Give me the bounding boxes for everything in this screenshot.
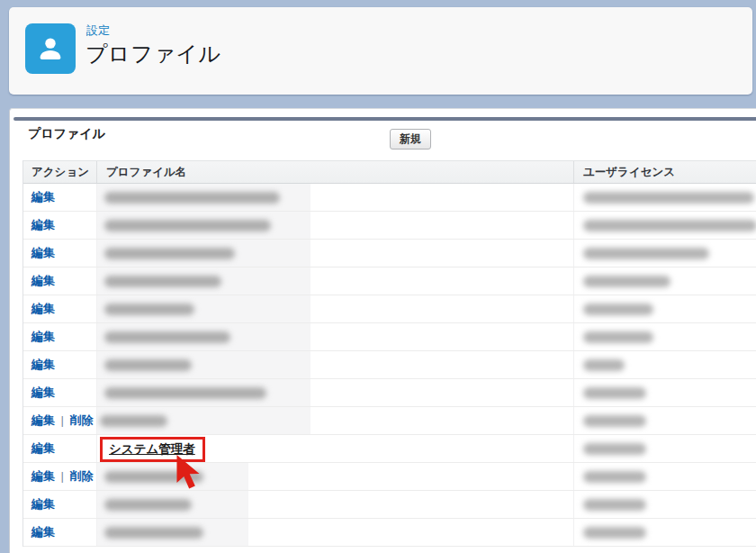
table-row: 編集 | 削除 bbox=[23, 463, 756, 491]
redacted-text-blob bbox=[104, 499, 192, 511]
redacted-license-blob bbox=[583, 331, 653, 343]
redacted-text-blob bbox=[104, 359, 192, 371]
action-cell: 編集 bbox=[23, 240, 96, 267]
table-row: 編集 bbox=[23, 491, 756, 519]
redacted-text-blob bbox=[104, 387, 266, 399]
redacted-license-blob bbox=[583, 443, 646, 455]
profile-name-cell bbox=[96, 519, 573, 546]
edit-link[interactable]: 編集 bbox=[32, 246, 55, 259]
user-license-cell bbox=[573, 295, 756, 322]
profile-name-redacted bbox=[97, 323, 310, 350]
profile-name-redacted bbox=[97, 184, 310, 211]
profile-name-cell: システム管理者 bbox=[96, 435, 573, 462]
user-license-cell bbox=[573, 519, 756, 546]
action-cell: 編集 bbox=[23, 212, 96, 239]
profile-name-cell bbox=[96, 184, 573, 211]
edit-link[interactable]: 編集 bbox=[32, 330, 55, 343]
redacted-license-blob bbox=[583, 192, 754, 204]
panel-heading: プロファイル bbox=[28, 126, 105, 142]
redacted-text-blob bbox=[104, 220, 271, 231]
action-separator: | bbox=[55, 413, 70, 427]
profile-list-panel: プロファイル 新規 アクション プロファイル名 ユーザライセンス 編集編集編集編… bbox=[9, 108, 756, 553]
delete-link[interactable]: 削除 bbox=[70, 413, 94, 427]
delete-link[interactable]: 削除 bbox=[70, 469, 94, 483]
user-license-cell bbox=[573, 212, 756, 239]
user-license-cell bbox=[573, 267, 756, 295]
table-header-row: アクション プロファイル名 ユーザライセンス bbox=[23, 160, 756, 184]
edit-link[interactable]: 編集 bbox=[32, 441, 55, 455]
redacted-license-blob bbox=[583, 527, 646, 539]
redacted-text-blob bbox=[104, 304, 194, 315]
redacted-license-blob bbox=[583, 304, 653, 315]
profile-name-redacted bbox=[97, 519, 248, 546]
profile-user-icon bbox=[25, 23, 76, 74]
redacted-text-blob bbox=[104, 527, 203, 539]
redacted-license-blob bbox=[583, 387, 646, 399]
user-license-cell bbox=[573, 491, 756, 518]
redacted-text-blob bbox=[104, 192, 280, 204]
setup-page: 設定 プロファイル プロファイル 新規 アクション プロファイル名 ユーザライセ… bbox=[0, 0, 756, 553]
user-license-cell bbox=[573, 435, 756, 462]
user-license-cell bbox=[573, 351, 756, 378]
profile-name-cell bbox=[96, 351, 573, 378]
redacted-text-blob bbox=[104, 276, 221, 287]
table-row: 編集 bbox=[23, 323, 756, 351]
new-profile-button[interactable]: 新規 bbox=[390, 129, 431, 150]
redacted-text-blob bbox=[104, 248, 235, 259]
table-row: 編集 bbox=[23, 351, 756, 379]
redacted-license-blob bbox=[583, 471, 646, 483]
column-header-user-license: ユーザライセンス bbox=[573, 161, 756, 183]
action-cell: 編集 bbox=[23, 491, 96, 518]
edit-link[interactable]: 編集 bbox=[32, 413, 55, 427]
action-cell: 編集 bbox=[23, 295, 96, 322]
action-cell: 編集 | 削除 bbox=[23, 463, 96, 490]
highlight-box: システム管理者 bbox=[100, 437, 205, 462]
redacted-text-blob bbox=[104, 471, 203, 483]
profile-name-redacted bbox=[97, 267, 310, 295]
edit-link[interactable]: 編集 bbox=[32, 525, 55, 539]
profile-table-body: 編集編集編集編集編集編集編集編集編集 | 削除編集システム管理者編集 | 削除編… bbox=[23, 184, 756, 547]
user-license-cell bbox=[573, 240, 756, 267]
table-row: 編集 bbox=[23, 267, 756, 295]
action-cell: 編集 bbox=[23, 351, 96, 378]
user-license-cell bbox=[573, 323, 756, 350]
page-header-card: 設定 プロファイル bbox=[9, 7, 752, 95]
redacted-license-blob bbox=[583, 499, 646, 511]
redacted-license-blob bbox=[583, 248, 709, 259]
profile-name-cell bbox=[96, 267, 573, 295]
profile-name-redacted bbox=[97, 240, 310, 267]
breadcrumb-setup-link[interactable]: 設定 bbox=[86, 23, 110, 39]
edit-link[interactable]: 編集 bbox=[32, 218, 55, 231]
action-cell: 編集 bbox=[23, 323, 96, 350]
user-license-cell bbox=[573, 407, 756, 434]
edit-link[interactable]: 編集 bbox=[32, 469, 55, 483]
edit-link[interactable]: 編集 bbox=[32, 358, 55, 371]
profile-name-cell bbox=[96, 323, 573, 350]
action-cell: 編集 bbox=[23, 379, 96, 406]
table-row: 編集 | 削除 bbox=[23, 407, 756, 435]
profile-name-redacted bbox=[97, 491, 248, 518]
profile-name-redacted bbox=[97, 295, 310, 322]
table-row: 編集 bbox=[23, 240, 756, 267]
profile-name-cell bbox=[96, 379, 573, 406]
profile-name-cell bbox=[96, 295, 573, 322]
table-row: 編集 bbox=[23, 184, 756, 212]
profile-name-redacted bbox=[97, 407, 310, 434]
profile-name-cell bbox=[96, 407, 573, 434]
edit-link[interactable]: 編集 bbox=[32, 385, 55, 399]
table-row: 編集 bbox=[23, 519, 756, 547]
edit-link[interactable]: 編集 bbox=[32, 190, 55, 204]
table-row: 編集 bbox=[23, 379, 756, 407]
action-cell: 編集 bbox=[23, 519, 96, 546]
column-header-profile-name: プロファイル名 bbox=[96, 161, 573, 183]
edit-link[interactable]: 編集 bbox=[32, 302, 55, 315]
redacted-text-blob bbox=[104, 331, 230, 343]
profile-name-cell bbox=[96, 491, 573, 518]
redacted-license-blob bbox=[583, 415, 646, 427]
profile-name-cell bbox=[96, 240, 573, 267]
profile-link-system-admin[interactable]: システム管理者 bbox=[109, 442, 195, 456]
edit-link[interactable]: 編集 bbox=[32, 274, 55, 287]
profile-name-redacted bbox=[97, 379, 310, 406]
edit-link[interactable]: 編集 bbox=[32, 497, 55, 511]
action-cell: 編集 | 削除 bbox=[23, 407, 96, 434]
